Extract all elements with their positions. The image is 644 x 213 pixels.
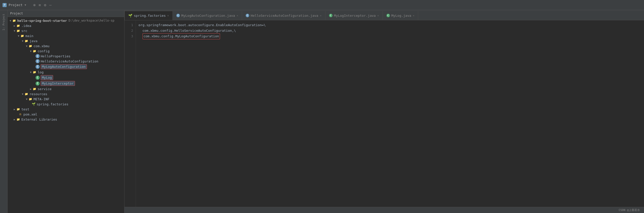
tree-item-config[interactable]: ▼ 📁 config	[8, 48, 124, 54]
title-action-minimize[interactable]: —	[49, 3, 52, 7]
code-area[interactable]: org.springframework.boot.autoconfigure.E…	[136, 20, 644, 207]
title-action-browse[interactable]: ⊕	[33, 3, 36, 7]
tree-item-meta-inf[interactable]: ▼ 📁 META-INF	[8, 96, 124, 102]
tree-label-idea: .idea	[21, 24, 31, 28]
tree-arrow-main: ▼	[17, 35, 20, 37]
tab-label-hello-service-auto: HelloServiceAutoConfiguration.java	[251, 14, 318, 18]
tree-arrow-resources: ▼	[21, 93, 24, 95]
class-icon-mylog: C	[36, 76, 40, 80]
tree-item-idea[interactable]: ▶ 📁 .idea	[8, 23, 124, 28]
tab-label-mylog-auto-config: MyLogAutoConfiguration.java	[181, 14, 235, 18]
class-icon-mylog-interceptor: C	[36, 81, 40, 86]
tree-item-resources[interactable]: ▼ 📁 resources	[8, 91, 124, 96]
status-text: CSDN @上善若水	[619, 208, 640, 212]
folder-icon-log: 📁	[33, 70, 37, 74]
tree-label-com-xbmu: com.xbmu	[34, 44, 50, 48]
tab-icon-mylog: C	[386, 14, 390, 17]
folder-icon-main: 📁	[20, 34, 24, 38]
tree-arrow-service: ▶	[29, 88, 33, 90]
tree-label-spring-factories: spring.factories	[37, 102, 68, 106]
tree-label-hello-properties: HelloProperties	[41, 54, 70, 58]
code-indent-3	[138, 34, 143, 39]
tab-mylog[interactable]: C MyLog.java ✕	[383, 11, 418, 20]
tree-arrow-meta-inf: ▼	[25, 98, 28, 101]
line-number-3: 3	[124, 34, 136, 39]
tree-item-log[interactable]: ▼ 📁 log	[8, 70, 124, 75]
tree-arrow-src: ▼	[13, 29, 16, 32]
title-action-settings[interactable]: ⚙	[44, 3, 46, 7]
line-number-1: 1	[124, 22, 136, 28]
spring-icon-factories: 🌱	[32, 102, 36, 106]
tab-icon-hello-service-auto: C	[246, 14, 249, 17]
code-line-2: com.xbmu.config.HelloServiceAutoConfigur…	[138, 28, 641, 34]
tree-arrow-config: ▼	[29, 50, 33, 53]
project-icon: P	[3, 3, 7, 7]
tree-label-root: hello-spring-boot-starter	[17, 19, 67, 23]
tree-item-mylog[interactable]: C MyLog	[8, 75, 124, 80]
tab-label-mylog: MyLog.java	[391, 14, 411, 18]
folder-icon-service: 📁	[33, 87, 37, 91]
tab-icon-spring-factories: 🌱	[128, 14, 132, 18]
tree-item-test[interactable]: ▶ 📁 test	[8, 107, 124, 112]
tree-item-mylog-interceptor[interactable]: C MyLogInterceptor	[8, 80, 124, 86]
sidebar-strip-label[interactable]: 1: Project	[2, 13, 5, 31]
tree-item-spring-factories[interactable]: 🌱 spring.factories	[8, 102, 124, 107]
tree-arrow-ext-libs: ▶	[13, 118, 16, 121]
tree-item-java[interactable]: ▼ 📁 java	[8, 38, 124, 43]
tree-arrow-log: ▼	[29, 71, 33, 74]
editor-area: 🌱 spring.factories ✕ C MyLogAutoConfigur…	[124, 10, 644, 213]
tab-spring-factories[interactable]: 🌱 spring.factories ✕	[124, 11, 173, 20]
tree-label-main: main	[25, 34, 33, 38]
tree-label-src: src	[21, 29, 27, 33]
tab-hello-service-auto[interactable]: C HelloServiceAutoConfiguration.java ✕	[242, 11, 325, 20]
tab-close-mylog-interceptor[interactable]: ✕	[377, 14, 379, 17]
class-icon-hello-properties: C	[36, 54, 40, 58]
tab-close-spring-factories[interactable]: ✕	[167, 14, 169, 17]
code-text-3-highlighted: com.xbmu.config.MyLogAutoConfiguration	[143, 33, 220, 39]
title-bar-left: P Project ▼ ⊕ ≡ ⚙ —	[3, 3, 52, 7]
tree-label-hello-service-auto: HelloServiceAutoConfiguration	[41, 59, 98, 63]
title-dropdown-arrow[interactable]: ▼	[25, 4, 26, 6]
tree-item-main[interactable]: ▼ 📁 main	[8, 33, 124, 38]
tree-label-service: service	[38, 87, 52, 91]
folder-icon-java: 📁	[24, 39, 28, 43]
project-header-label: Project	[10, 12, 23, 15]
folder-icon-com-xbmu: 📁	[28, 44, 33, 48]
folder-icon-root: 📁	[12, 19, 16, 23]
title-action-filter[interactable]: ≡	[39, 3, 41, 7]
tab-mylog-interceptor[interactable]: C MyLogInterceptor.java ✕	[325, 11, 383, 20]
code-line-3: com.xbmu.config.MyLogAutoConfiguration	[138, 34, 641, 39]
tree-item-pom[interactable]: m pom.xml	[8, 112, 124, 117]
tab-mylog-auto-config[interactable]: C MyLogAutoConfiguration.java ✕	[173, 11, 242, 20]
tree-label-mylog: MyLog	[41, 75, 53, 80]
line-number-2: 2	[124, 28, 136, 34]
tree-arrow-root: ▼	[9, 19, 12, 22]
tree-label-pom: pom.xml	[23, 112, 37, 116]
tree-item-src[interactable]: ▼ 📁 src	[8, 28, 124, 33]
tree-arrow-idea: ▶	[13, 24, 16, 27]
tree-label-test: test	[21, 107, 29, 111]
tree-item-hello-service-auto[interactable]: C HelloServiceAutoConfiguration	[8, 59, 124, 64]
tree-arrow-test: ▶	[13, 108, 16, 111]
code-text-2: com.xbmu.config.HelloServiceAutoConfigur…	[138, 28, 236, 33]
folder-icon-test: 📁	[16, 107, 20, 111]
project-tree[interactable]: ▼ 📁 hello-spring-boot-starter D:\dev_wor…	[8, 17, 124, 213]
title-bar-actions: ⊕ ≡ ⚙ —	[33, 3, 52, 7]
tree-item-ext-libs[interactable]: ▶ 📁 External Libraries	[8, 117, 124, 122]
tree-item-mylog-auto-config[interactable]: C MyLogAutoConfiguration	[8, 64, 124, 70]
tree-item-service[interactable]: ▶ 📁 service	[8, 86, 124, 91]
folder-icon-resources: 📁	[24, 92, 28, 96]
tab-close-hello-service-auto[interactable]: ✕	[320, 14, 322, 17]
tab-label-mylog-interceptor: MyLogInterceptor.java	[334, 14, 376, 18]
tab-close-mylog[interactable]: ✕	[413, 14, 415, 17]
status-bar: CSDN @上善若水	[124, 207, 644, 213]
tree-arrow-com-xbmu: ▼	[25, 45, 28, 47]
tree-label-resources: resources	[29, 92, 47, 96]
tree-item-root[interactable]: ▼ 📁 hello-spring-boot-starter D:\dev_wor…	[8, 18, 124, 23]
tab-bar: 🌱 spring.factories ✕ C MyLogAutoConfigur…	[124, 10, 644, 20]
tab-close-mylog-auto-config[interactable]: ✕	[237, 14, 238, 17]
tree-item-hello-properties[interactable]: C HelloProperties	[8, 54, 124, 59]
tree-item-com-xbmu[interactable]: ▼ 📁 com.xbmu	[8, 43, 124, 48]
line-numbers: 1 2 3	[124, 20, 136, 207]
tree-label-ext-libs: External Libraries	[21, 118, 57, 121]
